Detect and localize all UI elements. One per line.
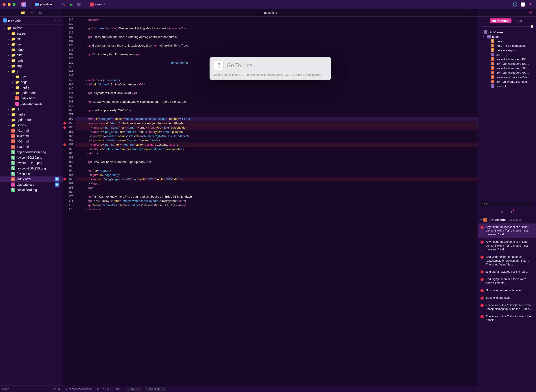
- outline-item[interactable]: ⎘link – /fonts/roobert/700…: [478, 66, 536, 70]
- outline-item[interactable]: #meta – viewport: [478, 48, 536, 52]
- run-config-selector[interactable]: n serve ⇅: [87, 2, 108, 7]
- tree-file[interactable]: <>index.htmlM: [0, 177, 63, 182]
- file-tree[interactable]: ▾📁source▸📁assets▸📁css▸📁dev▸📁edge▸📁elist▸…: [0, 24, 63, 386]
- tree-file[interactable]: <>404.html: [0, 139, 63, 144]
- disclosure-icon[interactable]: ▾: [3, 27, 6, 29]
- issues-list[interactable]: !Any "input" descendant of a "label" ele…: [478, 224, 536, 392]
- editor-tab[interactable]: index.html ◫: [63, 9, 478, 16]
- code-editor[interactable]: 1291301311321331341351361371381391401411…: [63, 17, 478, 386]
- filter-input[interactable]: [2, 387, 50, 391]
- outline-item[interactable]: ⎘link – /fonts/roobert/700…: [478, 70, 536, 75]
- disclosure-icon[interactable]: ▾: [7, 70, 10, 73]
- tree-file[interactable]: ▚favicon-256x256.png: [0, 166, 63, 171]
- disclosure-icon[interactable]: ▸: [11, 81, 14, 83]
- tree-file[interactable]: ▚apple-touch-icon.png: [0, 149, 63, 155]
- search-icon[interactable]: ⌕: [522, 11, 525, 15]
- structure-outline[interactable]: ▾html#teaser▾head#meta#meta – x-ua-compa…: [478, 29, 536, 200]
- tree-folder[interactable]: ▸📁dev: [0, 42, 63, 47]
- tree-file[interactable]: ▚favicon-16x16.png: [0, 155, 63, 160]
- tree-folder[interactable]: ▸📁css: [0, 36, 63, 42]
- language-selector[interactable]: HTML ⌄: [127, 387, 141, 391]
- outline-item[interactable]: title: [478, 52, 536, 57]
- stop-button[interactable]: [77, 3, 80, 6]
- tree-folder[interactable]: ▸📁media: [0, 112, 63, 117]
- goto-line-input[interactable]: Go To Line: [227, 62, 253, 69]
- tree-folder[interactable]: ▸📁js: [0, 106, 63, 112]
- issue-item[interactable]: !The value of the "for" attribute of the…: [478, 313, 536, 324]
- tree-file[interactable]: <>401.html: [0, 128, 63, 133]
- issue-item[interactable]: !No space between attributes.: [478, 287, 536, 294]
- disclosure-icon[interactable]: ▸: [7, 54, 10, 56]
- tree-folder[interactable]: ▸📁update-dec: [0, 90, 63, 96]
- close-window-button[interactable]: [3, 3, 6, 6]
- zoom-window-button[interactable]: [13, 3, 15, 6]
- tree-file[interactable]: #playdate.cssM: [0, 182, 63, 187]
- tree-folder[interactable]: ▸📁videos: [0, 122, 63, 128]
- tree-folder[interactable]: ▸📁img: [0, 63, 63, 69]
- tree-folder[interactable]: ▸📁update-dec: [0, 117, 63, 122]
- disclosure-icon[interactable]: ▸: [7, 59, 10, 62]
- cursor-position[interactable]: Ln 152, Col 1: [96, 387, 112, 391]
- disclosure-icon[interactable]: ▸: [7, 65, 10, 67]
- tab-flat[interactable]: Flat: [515, 19, 524, 23]
- project-tab[interactable]: ⎘ play.date: [32, 2, 55, 7]
- preview-button[interactable]: [512, 2, 518, 7]
- forward-button[interactable]: ›: [59, 19, 60, 22]
- outline-item[interactable]: ⎘link – /fonts/roobert/400…: [478, 57, 536, 61]
- outline-item[interactable]: ⎘link – /fonts/roobert/400…: [478, 61, 536, 66]
- all-issues-icon[interactable]: ✳: [500, 210, 503, 214]
- minimize-window-button[interactable]: [8, 3, 11, 6]
- tree-folder[interactable]: ▸📁elist: [0, 52, 63, 58]
- panel-toggle-button[interactable]: [520, 2, 526, 7]
- issue-item[interactable]: !The value of the "for" attribute of the…: [478, 302, 536, 313]
- tree-file[interactable]: #playdate-jp.css: [0, 101, 63, 106]
- disclosure-icon[interactable]: ▾: [487, 85, 489, 87]
- issue-item[interactable]: !End tag "p" seen, but there were open e…: [478, 275, 536, 287]
- grid-tab-icon[interactable]: ▦: [39, 11, 42, 15]
- tree-folder[interactable]: ▸📁edge: [0, 79, 63, 85]
- tree-file[interactable]: <>410.html: [0, 144, 63, 149]
- add-button[interactable]: +: [527, 2, 533, 7]
- disclosure-icon[interactable]: ▸: [7, 113, 10, 116]
- disclosure-icon[interactable]: ▸: [7, 124, 10, 126]
- depth-slider[interactable]: [478, 25, 536, 29]
- disclosure-icon[interactable]: ▾: [483, 36, 486, 38]
- tree-file[interactable]: ▚social-card.jpg: [0, 187, 63, 193]
- tree-file[interactable]: ▚favicon.ico: [0, 171, 63, 177]
- hammer-icon[interactable]: 🔨: [61, 2, 66, 7]
- symbols-tab-icon[interactable]: ✢: [31, 11, 33, 15]
- breadcrumb[interactable]: ▸ section#conclusion: [66, 387, 91, 391]
- project-header[interactable]: play.date ⌄ ‹ ›: [0, 17, 63, 24]
- split-editor-icon[interactable]: ◫: [472, 11, 475, 15]
- disclosure-icon[interactable]: ▸: [11, 75, 14, 78]
- outline-item[interactable]: ⎘link – /css/colors.css?de…: [478, 75, 536, 79]
- tab-hierarchical[interactable]: Hierarchical: [490, 19, 512, 23]
- run-button[interactable]: ▶: [68, 2, 74, 7]
- outline-item[interactable]: ⎘link – /playdate.css?dec…: [478, 79, 536, 84]
- issue-item[interactable]: !Any "input" descendant of a "label" ele…: [478, 238, 536, 253]
- tree-file[interactable]: <>index.html: [0, 96, 63, 101]
- disclosure-icon[interactable]: ▾: [480, 31, 482, 33]
- disclosure-icon[interactable]: ▸: [7, 49, 10, 51]
- gear-icon[interactable]: ⚙: [57, 387, 61, 391]
- tree-folder[interactable]: ▸📁media: [0, 85, 63, 90]
- disclosure-icon[interactable]: ▸: [7, 43, 10, 46]
- disclosure-icon[interactable]: ▸: [11, 92, 14, 94]
- tree-file[interactable]: ▚favicon-32x32.png: [0, 160, 63, 166]
- back-button[interactable]: ‹: [55, 19, 56, 22]
- disclosure-icon[interactable]: ▸: [7, 108, 10, 110]
- tree-folder[interactable]: ▸📁fonts: [0, 58, 63, 63]
- tree-folder[interactable]: ▸📁edge: [0, 47, 63, 52]
- disclosure-icon[interactable]: ▸: [7, 38, 10, 40]
- disclosure-icon[interactable]: ▸: [7, 119, 10, 121]
- issue-item[interactable]: !Any "input" descendant of a "label" ele…: [478, 224, 536, 238]
- tree-folder[interactable]: ▾📁source: [0, 25, 63, 31]
- line-gutter[interactable]: 1291301311321331341351361371381391401411…: [63, 17, 75, 386]
- scm-icon[interactable]: ⎇: [52, 387, 56, 391]
- issue-item[interactable]: !End tag "a" violates nesting rules.: [478, 268, 536, 275]
- files-tab-icon[interactable]: 📁: [21, 11, 25, 15]
- disclosure-icon[interactable]: ▸: [11, 86, 14, 89]
- outline-item[interactable]: ▾head: [478, 34, 536, 39]
- structure-icon[interactable]: ☰: [529, 11, 532, 15]
- issue-item[interactable]: !Stray end tag "span".: [478, 294, 536, 302]
